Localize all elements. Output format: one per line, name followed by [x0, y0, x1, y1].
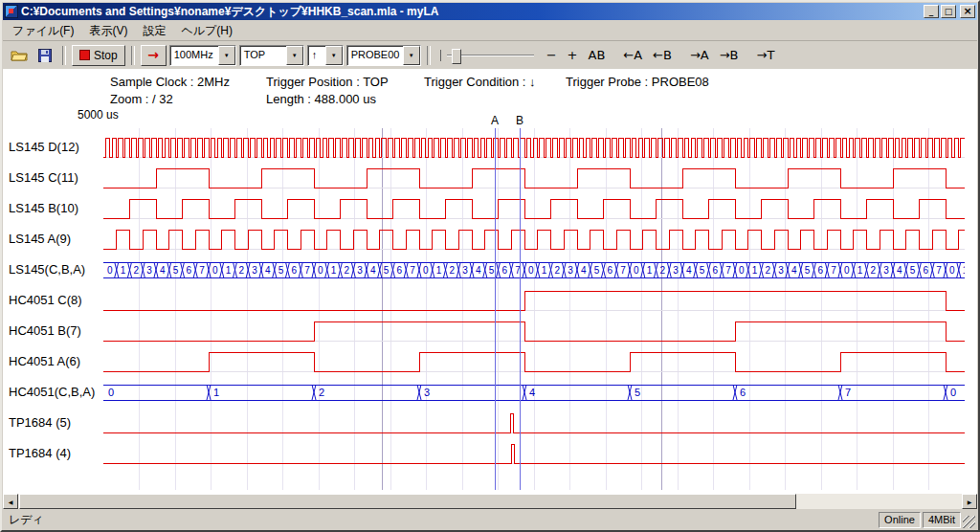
status-memory-badge: 4MBit: [923, 512, 961, 528]
svg-text:3: 3: [568, 265, 573, 276]
waveform-display[interactable]: 0123456701234567012345670123456701234567…: [103, 128, 965, 490]
marker-b-label[interactable]: B: [515, 114, 524, 127]
svg-text:1: 1: [542, 265, 547, 276]
svg-text:5: 5: [805, 265, 811, 276]
svg-text:7: 7: [199, 265, 205, 276]
resize-grip-icon[interactable]: [963, 516, 975, 528]
channel-label: LS145 C(11): [9, 168, 78, 188]
goto-b-button[interactable]: ←B: [649, 47, 676, 63]
channel-label: HC4051(C,B,A): [9, 383, 95, 402]
sample-clock-info: Sample Clock : 2MHz: [110, 75, 230, 89]
svg-text:0: 0: [528, 265, 534, 276]
goto-trigger-button[interactable]: →T: [753, 47, 779, 63]
save-button[interactable]: [33, 44, 56, 66]
svg-text:2: 2: [766, 265, 771, 276]
svg-text:3: 3: [673, 265, 679, 276]
slider-thumb[interactable]: [452, 49, 461, 64]
horizontal-scrollbar[interactable]: ◀ ▶: [3, 494, 977, 509]
channel-label: TP1684 (5): [9, 413, 71, 432]
svg-text:7: 7: [620, 265, 626, 276]
svg-text:3: 3: [146, 265, 152, 276]
svg-text:6: 6: [740, 387, 746, 398]
svg-text:1: 1: [121, 265, 126, 276]
menu-item-view[interactable]: 表示(V): [81, 21, 135, 41]
move-b-button[interactable]: →B: [716, 47, 743, 63]
toolbar-separator: [62, 46, 66, 65]
trigger-position-combo-value: TOP: [240, 46, 286, 65]
trigger-probe-combo-value: PROBE00: [347, 46, 403, 65]
scroll-right-button[interactable]: ▶: [962, 494, 977, 509]
status-online-badge: Online: [879, 512, 921, 528]
run-button[interactable]: →: [141, 45, 167, 66]
svg-text:3: 3: [462, 265, 468, 276]
close-button[interactable]: ×: [960, 5, 975, 18]
length-info: Length : 488.000 us: [266, 92, 376, 106]
menu-item-settings[interactable]: 設定: [135, 21, 173, 41]
time-origin-label: 5000 us: [78, 108, 119, 122]
toolbar-separator: [427, 46, 431, 65]
svg-text:1: 1: [436, 265, 442, 276]
trigger-edge-combo[interactable]: ↑ ▼: [307, 45, 344, 66]
window-controls: _ □ ×: [924, 5, 975, 18]
titlebar[interactable]: C:¥Documents and Settings¥noname¥デスクトップ¥…: [3, 3, 977, 20]
svg-text:7: 7: [410, 265, 415, 276]
channel-label: LS145 D(12): [9, 138, 79, 157]
chevron-down-icon[interactable]: ▼: [403, 46, 420, 65]
zoom-in-button[interactable]: +: [564, 47, 582, 63]
svg-text:4: 4: [581, 265, 587, 276]
stop-button[interactable]: Stop: [72, 45, 125, 66]
channel-label: HC4051 B(7): [9, 321, 81, 341]
svg-text:4: 4: [265, 265, 271, 276]
open-button[interactable]: [8, 44, 31, 66]
svg-text:4: 4: [791, 265, 797, 276]
statusbar: レディ Online 4MBit: [3, 511, 977, 528]
chevron-down-icon[interactable]: ▼: [286, 46, 303, 65]
trigger-position-combo[interactable]: TOP ▼: [239, 45, 304, 66]
stop-icon: [79, 50, 90, 60]
svg-text:2: 2: [555, 265, 561, 276]
svg-text:7: 7: [304, 265, 310, 276]
svg-text:0: 0: [108, 387, 114, 398]
svg-text:3: 3: [883, 265, 889, 276]
move-a-button[interactable]: →A: [686, 47, 713, 63]
goto-a-button[interactable]: ←A: [619, 47, 646, 63]
svg-text:5: 5: [594, 265, 600, 276]
svg-text:7: 7: [845, 387, 851, 398]
svg-text:2: 2: [660, 265, 666, 276]
app-icon: [5, 5, 18, 18]
chevron-down-icon[interactable]: ▼: [325, 46, 343, 65]
svg-text:2: 2: [134, 265, 140, 276]
svg-text:3: 3: [357, 265, 363, 276]
svg-text:0: 0: [950, 387, 956, 398]
trigger-condition-info: Trigger Condition : ↓: [424, 75, 536, 89]
marker-a-label[interactable]: A: [490, 114, 500, 127]
maximize-button[interactable]: □: [941, 5, 956, 18]
chevron-down-icon[interactable]: ▼: [218, 46, 235, 65]
svg-text:4: 4: [476, 265, 481, 276]
svg-text:6: 6: [924, 265, 929, 276]
svg-text:2: 2: [319, 387, 324, 398]
svg-text:7: 7: [936, 265, 942, 276]
svg-text:0: 0: [949, 265, 955, 276]
channel-trace-8: 012345670: [103, 385, 965, 400]
floppy-disk-icon: [38, 49, 52, 62]
zoom-slider[interactable]: [440, 46, 536, 65]
menu-item-file[interactable]: ファイル(F): [5, 21, 81, 41]
clock-combo[interactable]: 100MHz ▼: [169, 45, 236, 66]
svg-text:6: 6: [187, 265, 192, 276]
minimize-button[interactable]: _: [924, 5, 939, 18]
channel-label: TP1684 (4): [9, 444, 71, 463]
ab-button[interactable]: AB: [585, 47, 610, 63]
scrollbar-thumb[interactable]: [19, 494, 796, 509]
trigger-probe-combo[interactable]: PROBE00 ▼: [346, 45, 421, 66]
scroll-left-button[interactable]: ◀: [3, 494, 18, 509]
svg-text:6: 6: [818, 265, 824, 276]
svg-text:6: 6: [292, 265, 298, 276]
menu-item-help[interactable]: ヘルプ(H): [173, 21, 240, 41]
zoom-out-button[interactable]: −: [543, 47, 561, 63]
svg-text:5: 5: [635, 387, 640, 398]
svg-text:1: 1: [331, 265, 337, 276]
zoom-info: Zoom : / 32: [110, 92, 173, 106]
svg-text:6: 6: [608, 265, 613, 276]
app-window: C:¥Documents and Settings¥noname¥デスクトップ¥…: [0, 0, 980, 532]
